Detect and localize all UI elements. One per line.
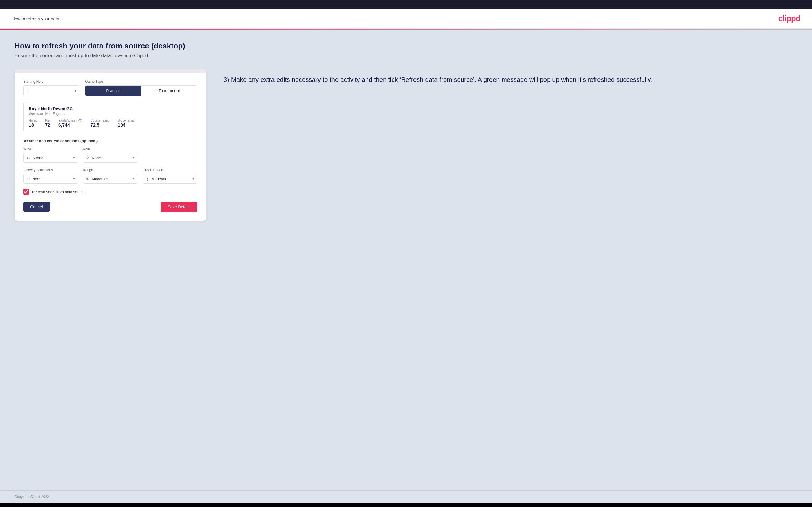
game-type-toggle: Practice Tournament [85, 85, 197, 96]
wind-label: Wind [23, 147, 78, 151]
empty-group [143, 147, 197, 163]
starting-hole-label: Starting Hole [23, 79, 79, 83]
card-top-bar [14, 69, 206, 72]
fairway-chevron-icon: ▾ [73, 177, 75, 181]
logo: clippd [778, 14, 800, 23]
fairway-select[interactable]: ⊕ Normal ▾ [23, 174, 78, 184]
wind-select-inner: ≋ Strong [27, 156, 43, 160]
conditions-section-title: Weather and course conditions (optional) [23, 138, 197, 143]
cancel-button[interactable]: Cancel [23, 202, 50, 212]
starting-hole-select-wrapper: 1 ▾ [23, 85, 79, 96]
game-type-label: Game Type [85, 79, 197, 83]
rain-icon: ✧ [86, 156, 89, 160]
tournament-button[interactable]: Tournament [141, 86, 197, 96]
rough-select-inner: ⊕ Moderate [86, 176, 108, 181]
slope-rating-label: Slope rating [117, 119, 135, 122]
starting-hole-group: Starting Hole 1 ▾ [23, 79, 79, 96]
par-label: Par [45, 119, 50, 122]
copyright-text: Copyright Clippd 2022 [14, 495, 49, 499]
course-name: Royal North Devon GC, [29, 106, 192, 111]
yards-value: 6,744 [58, 123, 82, 128]
main-content: How to refresh your data from source (de… [0, 30, 812, 491]
green-speed-icon: ◎ [146, 176, 149, 181]
wind-chevron-icon: ▾ [73, 156, 75, 160]
yards-label: Yards/White (M)) [58, 119, 82, 122]
green-speed-select[interactable]: ◎ Moderate ▾ [143, 174, 197, 184]
content-layout: Starting Hole 1 ▾ Game Type Practice Tou… [14, 69, 798, 221]
refresh-checkbox-row: Refresh shots from data source [23, 189, 197, 194]
rain-value: None [92, 156, 101, 160]
stat-holes: Holes 18 [29, 119, 37, 128]
green-speed-chevron-icon: ▾ [193, 177, 194, 181]
fairway-label: Fairway Conditions [23, 168, 78, 172]
page-title: How to refresh your data from source (de… [14, 42, 798, 51]
fairway-select-inner: ⊕ Normal [27, 176, 44, 181]
top-bar [0, 0, 812, 9]
form-row-top: Starting Hole 1 ▾ Game Type Practice Tou… [23, 79, 197, 96]
green-speed-select-inner: ◎ Moderate [146, 176, 167, 181]
slope-rating-value: 134 [117, 123, 135, 128]
wind-select[interactable]: ≋ Strong ▾ [23, 153, 78, 163]
holes-value: 18 [29, 123, 37, 128]
header-breadcrumb: How to refresh your data [12, 16, 59, 21]
header: How to refresh your data clippd [0, 9, 812, 29]
rough-group: Rough ⊕ Moderate ▾ [83, 168, 138, 184]
wind-icon: ≋ [27, 156, 30, 160]
rain-select-inner: ✧ None [86, 156, 101, 160]
stat-course-rating: Course rating 72.5 [90, 119, 109, 128]
stat-yards: Yards/White (M)) 6,744 [58, 119, 82, 128]
green-speed-label: Green Speed [143, 168, 197, 172]
rough-value: Moderate [92, 177, 108, 181]
par-value: 72 [45, 123, 50, 128]
footer: Copyright Clippd 2022 [0, 491, 812, 503]
page-subtitle: Ensure the correct and most up to date d… [14, 53, 798, 59]
wind-group: Wind ≋ Strong ▾ [23, 147, 78, 163]
save-button[interactable]: Save Details [160, 202, 197, 212]
rain-chevron-icon: ▾ [133, 156, 135, 160]
button-row: Cancel Save Details [23, 202, 197, 212]
description-text: 3) Make any extra edits necessary to the… [223, 75, 798, 84]
rough-select[interactable]: ⊕ Moderate ▾ [83, 174, 138, 184]
rough-icon: ⊕ [86, 176, 89, 181]
holes-label: Holes [29, 119, 37, 122]
starting-hole-select[interactable]: 1 [23, 85, 79, 96]
conditions-grid-row2: Fairway Conditions ⊕ Normal ▾ Rough ⊕ [23, 168, 197, 184]
fairway-icon: ⊕ [27, 176, 30, 181]
course-rating-value: 72.5 [90, 123, 109, 128]
fairway-group: Fairway Conditions ⊕ Normal ▾ [23, 168, 78, 184]
course-rating-label: Course rating [90, 119, 109, 122]
stat-slope-rating: Slope rating 134 [117, 119, 135, 128]
green-speed-value: Moderate [152, 177, 167, 181]
refresh-checkbox[interactable] [23, 189, 29, 194]
description-panel: 3) Make any extra edits necessary to the… [223, 69, 798, 84]
rough-chevron-icon: ▾ [133, 177, 135, 181]
conditions-grid-row1: Wind ≋ Strong ▾ Rain ✧ None [23, 147, 197, 163]
rain-select[interactable]: ✧ None ▾ [83, 153, 138, 163]
course-stats: Holes 18 Par 72 Yards/White (M)) 6,744 C… [29, 119, 192, 128]
form-card: Starting Hole 1 ▾ Game Type Practice Tou… [14, 69, 206, 221]
course-location: Westward Ho!, England [29, 112, 192, 116]
rough-label: Rough [83, 168, 138, 172]
green-speed-group: Green Speed ◎ Moderate ▾ [143, 168, 197, 184]
game-type-group: Game Type Practice Tournament [85, 79, 197, 96]
practice-button[interactable]: Practice [85, 86, 141, 96]
refresh-label: Refresh shots from data source [32, 190, 85, 194]
rain-label: Rain [83, 147, 138, 151]
fairway-value: Normal [32, 177, 44, 181]
stat-par: Par 72 [45, 119, 50, 128]
rain-group: Rain ✧ None ▾ [83, 147, 138, 163]
course-info-box: Royal North Devon GC, Westward Ho!, Engl… [23, 102, 197, 132]
wind-value: Strong [32, 156, 43, 160]
